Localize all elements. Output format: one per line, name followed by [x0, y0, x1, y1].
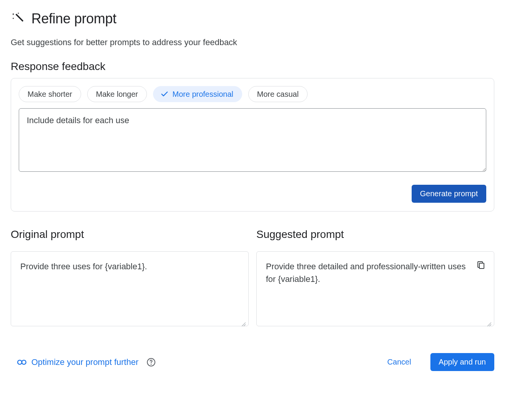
generate-prompt-button[interactable]: Generate prompt [412, 185, 486, 203]
chip-label: More casual [257, 90, 299, 99]
cancel-button[interactable]: Cancel [379, 353, 419, 371]
copy-icon[interactable] [476, 260, 486, 270]
chip-make-shorter[interactable]: Make shorter [19, 86, 81, 102]
page-subtitle: Get suggestions for better prompts to ad… [11, 37, 494, 47]
chip-make-longer[interactable]: Make longer [87, 86, 147, 102]
optimize-link[interactable]: Optimize your prompt further [17, 357, 156, 367]
prompt-columns: Original prompt Provide three uses for {… [11, 228, 494, 326]
feedback-panel: Make shorter Make longer More profession… [11, 78, 494, 212]
original-prompt-text: Provide three uses for {variable1}. [20, 260, 239, 273]
suggested-prompt-heading: Suggested prompt [256, 228, 494, 241]
chip-label: More professional [173, 90, 233, 99]
chip-more-professional[interactable]: More professional [153, 86, 242, 102]
help-icon[interactable] [146, 357, 156, 367]
suggested-prompt-box[interactable]: Provide three detailed and professionall… [256, 251, 494, 326]
page-title: Refine prompt [31, 11, 116, 27]
resize-handle-icon[interactable] [241, 319, 247, 324]
suggested-prompt-text: Provide three detailed and professionall… [266, 260, 485, 285]
feedback-textarea[interactable] [19, 108, 486, 172]
generate-row: Generate prompt [19, 185, 486, 203]
svg-line-1 [244, 324, 246, 326]
footer-actions: Cancel Apply and run [379, 353, 494, 371]
chip-label: Make shorter [28, 90, 72, 99]
svg-rect-2 [479, 263, 484, 269]
check-icon [160, 90, 169, 98]
dialog-header: Refine prompt [11, 11, 494, 27]
apply-and-run-button[interactable]: Apply and run [430, 353, 494, 371]
link-icon [17, 357, 27, 367]
svg-point-8 [151, 364, 151, 364]
original-prompt-heading: Original prompt [11, 228, 249, 241]
feedback-heading: Response feedback [11, 60, 494, 73]
resize-handle-icon[interactable] [487, 319, 492, 324]
svg-line-0 [242, 322, 246, 326]
svg-point-6 [22, 360, 26, 364]
suggested-prompt-column: Suggested prompt Provide three detailed … [256, 228, 494, 326]
original-prompt-box[interactable]: Provide three uses for {variable1}. [11, 251, 249, 326]
original-prompt-column: Original prompt Provide three uses for {… [11, 228, 249, 326]
svg-point-5 [18, 360, 22, 364]
chip-label: Make longer [96, 90, 138, 99]
svg-line-4 [489, 324, 491, 326]
optimize-link-label: Optimize your prompt further [31, 357, 138, 367]
magic-wand-icon [11, 11, 26, 26]
chip-row: Make shorter Make longer More profession… [19, 86, 486, 102]
chip-more-casual[interactable]: More casual [248, 86, 308, 102]
dialog-footer: Optimize your prompt further Cancel Appl… [11, 353, 494, 371]
svg-line-3 [487, 322, 491, 326]
